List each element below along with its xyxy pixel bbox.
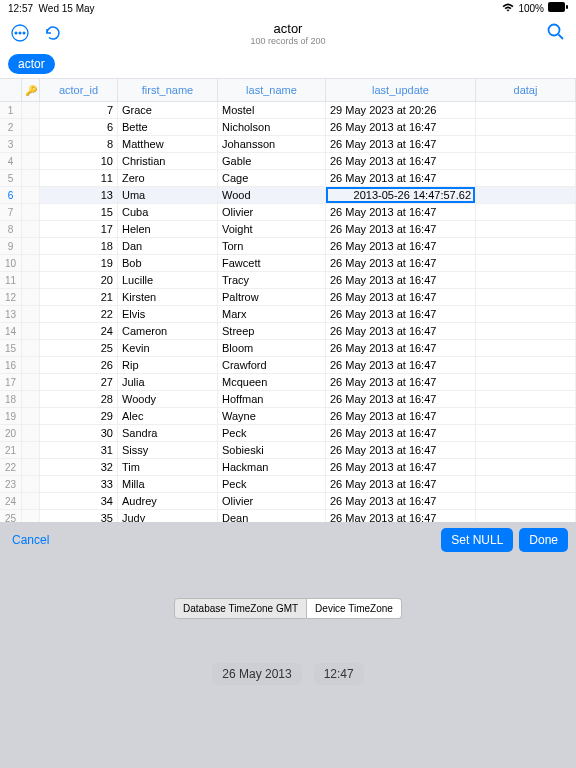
table-row[interactable]: 17GraceMostel29 May 2023 at 20:26 <box>0 102 576 119</box>
cell-last-name[interactable]: Nicholson <box>218 119 326 135</box>
table-row[interactable]: 26BetteNicholson26 May 2013 at 16:47 <box>0 119 576 136</box>
cell-last-name[interactable]: Mcqueen <box>218 374 326 390</box>
cell-first-name[interactable]: Matthew <box>118 136 218 152</box>
cell-last-update[interactable]: 26 May 2013 at 16:47 <box>326 442 476 458</box>
cell-actor-id[interactable]: 26 <box>40 357 118 373</box>
cell-first-name[interactable]: Zero <box>118 170 218 186</box>
cell-first-name[interactable]: Kirsten <box>118 289 218 305</box>
cell-actor-id[interactable]: 31 <box>40 442 118 458</box>
cell-dataj[interactable] <box>476 272 576 288</box>
cell-last-name[interactable]: Wood <box>218 187 326 203</box>
table-pill[interactable]: actor <box>8 54 55 74</box>
cell-first-name[interactable]: Kevin <box>118 340 218 356</box>
cell-actor-id[interactable]: 17 <box>40 221 118 237</box>
cell-first-name[interactable]: Rip <box>118 357 218 373</box>
cell-first-name[interactable]: Bette <box>118 119 218 135</box>
cell-actor-id[interactable]: 34 <box>40 493 118 509</box>
cell-dataj[interactable] <box>476 459 576 475</box>
cell-actor-id[interactable]: 11 <box>40 170 118 186</box>
cell-last-name[interactable]: Crawford <box>218 357 326 373</box>
cell-dataj[interactable] <box>476 391 576 407</box>
cell-last-update[interactable]: 26 May 2013 at 16:47 <box>326 255 476 271</box>
col-last-name[interactable]: last_name <box>218 79 326 101</box>
cell-last-name[interactable]: Gable <box>218 153 326 169</box>
cell-last-name[interactable]: Wayne <box>218 408 326 424</box>
cell-dataj[interactable] <box>476 289 576 305</box>
cell-actor-id[interactable]: 28 <box>40 391 118 407</box>
cell-last-name[interactable]: Peck <box>218 425 326 441</box>
table-row[interactable]: 1525KevinBloom26 May 2013 at 16:47 <box>0 340 576 357</box>
seg-device-timezone[interactable]: Device TimeZone <box>307 598 402 619</box>
cell-first-name[interactable]: Milla <box>118 476 218 492</box>
cancel-button[interactable]: Cancel <box>8 528 53 552</box>
cell-dataj[interactable] <box>476 187 576 203</box>
cell-last-update[interactable]: 26 May 2013 at 16:47 <box>326 289 476 305</box>
cell-first-name[interactable]: Julia <box>118 374 218 390</box>
cell-last-update[interactable]: 26 May 2013 at 16:47 <box>326 357 476 373</box>
cell-dataj[interactable] <box>476 153 576 169</box>
cell-dataj[interactable] <box>476 408 576 424</box>
cell-dataj[interactable] <box>476 136 576 152</box>
picker-time[interactable]: 12:47 <box>314 663 364 685</box>
cell-last-update[interactable]: 26 May 2013 at 16:47 <box>326 374 476 390</box>
cell-actor-id[interactable]: 25 <box>40 340 118 356</box>
cell-first-name[interactable]: Cuba <box>118 204 218 220</box>
cell-last-update[interactable]: 26 May 2013 at 16:47 <box>326 153 476 169</box>
cell-actor-id[interactable]: 33 <box>40 476 118 492</box>
cell-dataj[interactable] <box>476 493 576 509</box>
cell-last-name[interactable]: Tracy <box>218 272 326 288</box>
table-row[interactable]: 2131SissySobieski26 May 2013 at 16:47 <box>0 442 576 459</box>
col-first-name[interactable]: first_name <box>118 79 218 101</box>
cell-first-name[interactable]: Lucille <box>118 272 218 288</box>
table-row[interactable]: 715CubaOlivier26 May 2013 at 16:47 <box>0 204 576 221</box>
table-row[interactable]: 2434AudreyOlivier26 May 2013 at 16:47 <box>0 493 576 510</box>
done-button[interactable]: Done <box>519 528 568 552</box>
table-row[interactable]: 2030SandraPeck26 May 2013 at 16:47 <box>0 425 576 442</box>
cell-dataj[interactable] <box>476 323 576 339</box>
cell-last-update[interactable]: 26 May 2013 at 16:47 <box>326 493 476 509</box>
cell-actor-id[interactable]: 29 <box>40 408 118 424</box>
set-null-button[interactable]: Set NULL <box>441 528 513 552</box>
cell-last-name[interactable]: Fawcett <box>218 255 326 271</box>
cell-actor-id[interactable]: 8 <box>40 136 118 152</box>
cell-actor-id[interactable]: 7 <box>40 102 118 118</box>
cell-last-name[interactable]: Marx <box>218 306 326 322</box>
cell-dataj[interactable] <box>476 442 576 458</box>
table-row[interactable]: 1424CameronStreep26 May 2013 at 16:47 <box>0 323 576 340</box>
cell-last-name[interactable]: Cage <box>218 170 326 186</box>
cell-last-name[interactable]: Olivier <box>218 204 326 220</box>
cell-last-update[interactable]: 26 May 2013 at 16:47 <box>326 272 476 288</box>
cell-last-update[interactable]: 26 May 2013 at 16:47 <box>326 425 476 441</box>
cell-last-update[interactable]: 26 May 2013 at 16:47 <box>326 136 476 152</box>
cell-last-name[interactable]: Paltrow <box>218 289 326 305</box>
table-row[interactable]: 1626RipCrawford26 May 2013 at 16:47 <box>0 357 576 374</box>
cell-dataj[interactable] <box>476 357 576 373</box>
cell-first-name[interactable]: Bob <box>118 255 218 271</box>
cell-dataj[interactable] <box>476 374 576 390</box>
cell-last-name[interactable]: Hoffman <box>218 391 326 407</box>
table-row[interactable]: 918DanTorn26 May 2013 at 16:47 <box>0 238 576 255</box>
cell-first-name[interactable]: Uma <box>118 187 218 203</box>
cell-last-name[interactable]: Olivier <box>218 493 326 509</box>
cell-last-update[interactable]: 2013-05-26 14:47:57.62 <box>326 187 476 203</box>
cell-first-name[interactable]: Alec <box>118 408 218 424</box>
cell-dataj[interactable] <box>476 255 576 271</box>
cell-last-name[interactable]: Mostel <box>218 102 326 118</box>
cell-actor-id[interactable]: 15 <box>40 204 118 220</box>
cell-actor-id[interactable]: 24 <box>40 323 118 339</box>
cell-last-name[interactable]: Sobieski <box>218 442 326 458</box>
cell-actor-id[interactable]: 6 <box>40 119 118 135</box>
cell-first-name[interactable]: Woody <box>118 391 218 407</box>
table-row[interactable]: 1828WoodyHoffman26 May 2013 at 16:47 <box>0 391 576 408</box>
col-actor-id[interactable]: actor_id <box>40 79 118 101</box>
table-row[interactable]: 1221KirstenPaltrow26 May 2013 at 16:47 <box>0 289 576 306</box>
table-row[interactable]: 2333MillaPeck26 May 2013 at 16:47 <box>0 476 576 493</box>
cell-actor-id[interactable]: 10 <box>40 153 118 169</box>
cell-last-update[interactable]: 26 May 2013 at 16:47 <box>326 119 476 135</box>
cell-dataj[interactable] <box>476 170 576 186</box>
cell-last-update[interactable]: 26 May 2013 at 16:47 <box>326 459 476 475</box>
table-row[interactable]: 2232TimHackman26 May 2013 at 16:47 <box>0 459 576 476</box>
cell-first-name[interactable]: Grace <box>118 102 218 118</box>
cell-first-name[interactable]: Cameron <box>118 323 218 339</box>
edit-cell[interactable]: 2013-05-26 14:47:57.62 <box>326 187 475 203</box>
